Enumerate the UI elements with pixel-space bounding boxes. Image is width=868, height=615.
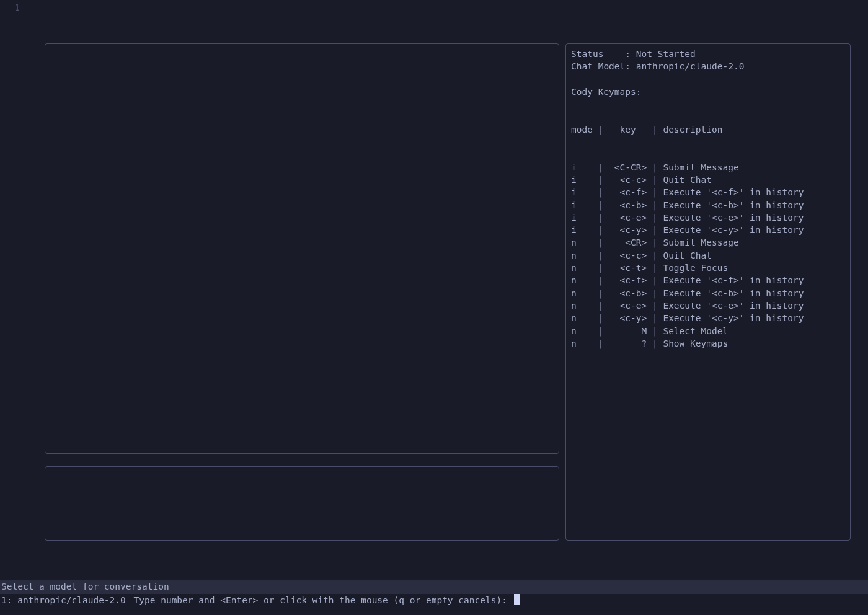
cursor bbox=[514, 594, 520, 605]
model-option-1[interactable]: 1: anthropic/claude-2.0 bbox=[0, 595, 127, 605]
spacer bbox=[571, 73, 845, 86]
keymap-row: n | <c-c> | Quit Chat bbox=[571, 249, 845, 262]
keymap-row: i | <c-e> | Execute '<c-e>' in history bbox=[571, 211, 845, 224]
keymap-row: n | <c-y> | Execute '<c-y>' in history bbox=[571, 312, 845, 324]
chat-history-pane[interactable] bbox=[45, 43, 559, 454]
status-label: Status : bbox=[571, 49, 631, 59]
model-label: Chat Model: bbox=[571, 61, 631, 71]
prompt-instruction[interactable]: Type number and <Enter> or click with th… bbox=[133, 595, 521, 605]
keymap-table: mode | key | description i | <C-CR> | Su… bbox=[571, 98, 845, 375]
keymap-row: i | <c-f> | Execute '<c-f>' in history bbox=[571, 186, 845, 198]
keymap-row: n | <c-e> | Execute '<c-e>' in history bbox=[571, 299, 845, 312]
keymap-row: n | <c-t> | Toggle Focus bbox=[571, 262, 845, 274]
right-column: Status : Not Started Chat Model: anthrop… bbox=[565, 43, 851, 541]
model-value: anthropic/claude-2.0 bbox=[636, 61, 745, 71]
keymap-row: n | M | Select Model bbox=[571, 325, 845, 337]
keymap-header: mode | key | description bbox=[571, 123, 845, 136]
line-number-gutter: 1 bbox=[0, 1, 37, 14]
keymap-row: n | <CR> | Submit Message bbox=[571, 236, 845, 249]
prompt-text: Type number and <Enter> or click with th… bbox=[134, 595, 513, 605]
line-number: 1 bbox=[14, 2, 20, 12]
status-row: Status : Not Started bbox=[571, 48, 845, 60]
keymap-row: i | <c-y> | Execute '<c-y>' in history bbox=[571, 224, 845, 236]
keymap-row: i | <c-b> | Execute '<c-b>' in history bbox=[571, 199, 845, 211]
status-value: Not Started bbox=[636, 49, 696, 59]
model-row: Chat Model: anthropic/claude-2.0 bbox=[571, 60, 845, 73]
prompt-title: Select a model for conversation bbox=[0, 580, 868, 593]
chat-input-pane[interactable] bbox=[45, 466, 559, 541]
command-line-area[interactable]: Select a model for conversation 1: anthr… bbox=[0, 578, 868, 615]
left-column bbox=[45, 43, 559, 541]
keymap-row: n | <c-f> | Execute '<c-f>' in history bbox=[571, 274, 845, 286]
keymaps-title: Cody Keymaps: bbox=[571, 86, 845, 98]
keymap-row: i | <C-CR> | Submit Message bbox=[571, 161, 845, 174]
keymap-row: n | ? | Show Keymaps bbox=[571, 337, 845, 350]
main-workspace: Status : Not Started Chat Model: anthrop… bbox=[45, 43, 851, 541]
sidebar-info-pane: Status : Not Started Chat Model: anthrop… bbox=[565, 43, 851, 541]
keymap-row: n | <c-b> | Execute '<c-b>' in history bbox=[571, 287, 845, 299]
keymap-row: i | <c-c> | Quit Chat bbox=[571, 174, 845, 186]
